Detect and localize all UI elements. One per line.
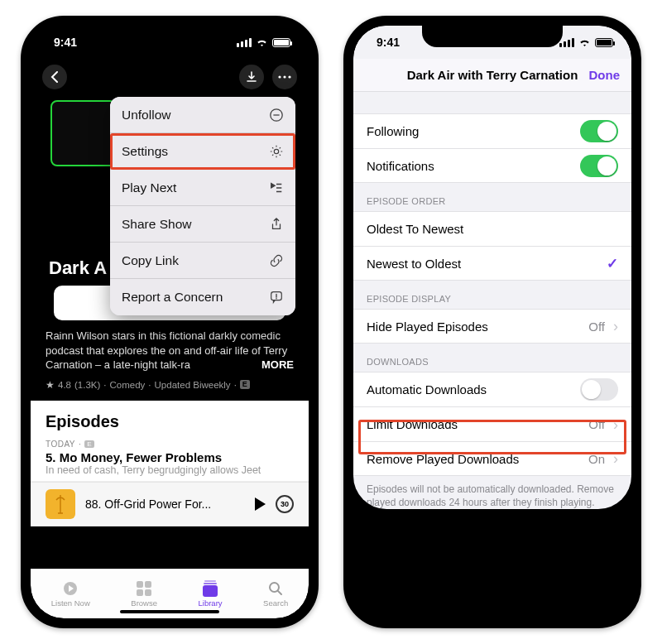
genre: Comedy: [110, 380, 146, 390]
explicit-badge: E: [240, 380, 250, 389]
row-notifications[interactable]: Notifications: [353, 148, 631, 183]
download-button[interactable]: [239, 65, 264, 89]
episodes-section: Episodes TODAY · E 5. Mo Money, Fewer Pr…: [31, 401, 309, 526]
download-icon: [246, 71, 257, 83]
section-downloads: DOWNLOADS: [353, 344, 631, 372]
more-button-text[interactable]: MORE: [261, 358, 294, 372]
episodes-header: Episodes: [31, 401, 309, 438]
search-icon: [266, 580, 285, 597]
unfollow-icon: [269, 108, 284, 123]
toggle-following[interactable]: [580, 120, 618, 142]
svg-rect-7: [145, 589, 151, 596]
report-icon: [269, 290, 284, 305]
browse-icon: [135, 580, 153, 597]
menu-report[interactable]: Report a Concern: [110, 279, 295, 315]
show-meta: ★ 4.8 (1.3K) · Comedy · Updated Biweekly…: [31, 376, 309, 401]
menu-share-show[interactable]: Share Show: [110, 206, 295, 243]
row-following[interactable]: Following: [353, 113, 631, 148]
play-icon-small[interactable]: [255, 497, 266, 511]
episode-title: 5. Mo Money, Fewer Problems: [46, 450, 294, 464]
episode-date: TODAY · E: [46, 440, 294, 449]
row-limit-downloads[interactable]: Limit Downloads Off ›: [353, 406, 631, 441]
phone-left: 9:41 Dark A: [21, 16, 319, 628]
tab-browse[interactable]: Browse: [131, 580, 157, 608]
section-episode-display: EPISODE DISPLAY: [353, 281, 631, 309]
gear-icon: [269, 144, 284, 159]
toggle-auto-downloads[interactable]: [580, 378, 618, 401]
episode-subtitle: In need of cash, Terry begrudgingly allo…: [46, 464, 294, 476]
hide-played-value: Off: [588, 320, 605, 334]
listen-now-icon: [61, 580, 79, 597]
svg-point-1: [283, 75, 285, 78]
home-indicator: [120, 610, 219, 613]
signal-icon: [237, 38, 252, 47]
now-playing-title: 88. Off-Grid Power For...: [85, 497, 245, 511]
status-time: 9:41: [54, 36, 77, 49]
wifi-icon: [256, 38, 268, 47]
svg-rect-10: [203, 585, 218, 597]
library-icon: [201, 580, 219, 597]
settings-navbar: Dark Air with Terry Carnation Done: [353, 59, 631, 92]
signal-icon: [559, 38, 574, 47]
toggle-notifications[interactable]: [580, 155, 618, 177]
remove-value: On: [588, 452, 605, 466]
back-button[interactable]: [42, 65, 67, 89]
svg-rect-6: [137, 589, 143, 596]
row-newest-first[interactable]: Newest to Oldest ✓: [353, 246, 631, 281]
episode-row[interactable]: TODAY · E 5. Mo Money, Fewer Problems In…: [31, 438, 309, 482]
tab-listen-now[interactable]: Listen Now: [51, 580, 90, 608]
phone-right: 9:41 Dark Air with Terry Carnation Done …: [343, 16, 641, 628]
screen-left: 9:41 Dark A: [31, 26, 309, 618]
status-time: 9:41: [377, 36, 400, 49]
svg-rect-8: [204, 580, 216, 582]
wifi-icon: [578, 38, 591, 47]
skip-30-icon[interactable]: 30: [276, 495, 294, 513]
rating-count: (1.3K): [74, 380, 100, 390]
svg-point-13: [274, 149, 278, 153]
downloads-footer: Episodes will not be automatically downl…: [353, 476, 631, 509]
checkmark-icon: ✓: [607, 255, 618, 272]
status-icons: [237, 38, 290, 47]
explicit-badge-small: E: [84, 440, 94, 448]
battery-icon: [272, 38, 290, 47]
now-playing-artwork: [46, 489, 75, 519]
more-button[interactable]: [272, 65, 297, 89]
show-artwork[interactable]: [50, 100, 117, 166]
battery-icon: [595, 38, 613, 47]
menu-settings[interactable]: Settings: [110, 133, 295, 170]
tower-icon: [53, 493, 68, 515]
svg-rect-4: [137, 581, 143, 588]
show-description: Rainn Wilson stars in this fictional dar…: [31, 329, 309, 376]
chevron-left-icon: [50, 71, 59, 83]
svg-point-2: [288, 75, 290, 78]
svg-point-0: [278, 75, 281, 78]
row-hide-played[interactable]: Hide Played Episodes Off ›: [353, 309, 631, 344]
row-remove-played[interactable]: Remove Played Downloads On ›: [353, 441, 631, 476]
notch: [99, 26, 240, 47]
now-playing-bar[interactable]: 88. Off-Grid Power For... 30: [31, 482, 309, 526]
svg-rect-9: [204, 583, 217, 584]
update-cadence: Updated Biweekly: [155, 380, 231, 390]
notch: [422, 26, 563, 47]
rating-value: 4.8: [58, 380, 71, 390]
menu-play-next[interactable]: Play Next: [110, 170, 295, 206]
context-menu: Unfollow Settings Play Next Share Show C…: [110, 97, 295, 315]
done-button[interactable]: Done: [589, 68, 621, 82]
ellipsis-icon: [278, 75, 291, 79]
home-indicator: [443, 610, 542, 613]
nav-row: [31, 59, 309, 95]
tab-search[interactable]: Search: [263, 580, 288, 608]
menu-unfollow[interactable]: Unfollow: [110, 97, 295, 133]
row-oldest-first[interactable]: Oldest To Newest: [353, 211, 631, 246]
page-title: Dark Air with Terry Carnation: [407, 68, 578, 82]
limit-value: Off: [588, 417, 605, 431]
status-icons: [559, 38, 613, 47]
svg-rect-5: [145, 581, 151, 588]
menu-copy-link[interactable]: Copy Link: [110, 243, 295, 279]
description-text: Rainn Wilson stars in this fictional dar…: [46, 329, 287, 371]
section-episode-order: EPISODE ORDER: [353, 183, 631, 211]
share-icon: [269, 217, 284, 232]
tab-library[interactable]: Library: [199, 580, 223, 608]
play-next-icon: [269, 180, 284, 195]
row-automatic-downloads[interactable]: Automatic Downloads: [353, 372, 631, 406]
